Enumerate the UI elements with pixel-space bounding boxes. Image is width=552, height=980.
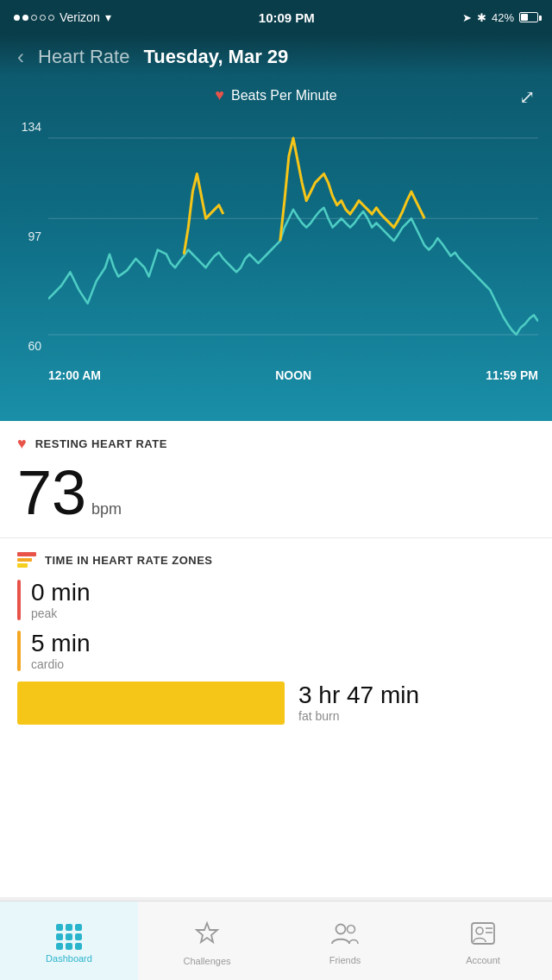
dashboard-icon <box>56 924 82 950</box>
status-time: 10:09 PM <box>259 10 315 25</box>
fat-burn-bar <box>17 682 285 725</box>
challenges-icon <box>194 920 220 952</box>
nav-item-friends[interactable]: Friends <box>276 901 414 980</box>
signal-dot-4 <box>40 15 46 21</box>
zone-time-cardio: 5 min <box>31 631 90 657</box>
x-axis-labels: 12:00 AM NOON 11:59 PM <box>14 361 538 393</box>
resting-section-title: RESTING HEART RATE <box>35 437 167 450</box>
x-label-end: 11:59 PM <box>486 368 538 382</box>
nav-label-friends: Friends <box>329 955 361 965</box>
resting-value-display: 73 bpm <box>17 462 535 524</box>
x-label-start: 12:00 AM <box>48 368 101 382</box>
zone-item-fatburn: 3 hr 47 min fat burn <box>17 682 535 725</box>
resting-heart-icon: ♥ <box>17 435 27 453</box>
svg-point-7 <box>476 927 483 934</box>
zone-stripe-red <box>17 552 36 556</box>
status-bar: Verizon ▾ 10:09 PM ➤ ✱ 42% <box>0 0 552 35</box>
signal-dot-5 <box>48 15 54 21</box>
zones-icon <box>17 552 36 568</box>
nav-item-dashboard[interactable]: Dashboard <box>0 901 138 980</box>
zone-stripe-yellow <box>17 563 28 568</box>
nav-item-challenges[interactable]: Challenges <box>138 901 276 980</box>
resting-bpm-unit: bpm <box>91 500 122 518</box>
signal-dots <box>14 15 54 21</box>
zone-info-cardio: 5 min cardio <box>31 631 90 671</box>
zone-item-peak: 0 min peak <box>17 580 535 620</box>
main-content: ♥ RESTING HEART RATE 73 bpm TIME IN HEAR… <box>0 421 552 897</box>
heart-rate-chart: ♥ Beats Per Minute ⤢ 134 97 60 <box>0 76 552 421</box>
y-axis-labels: 134 97 60 <box>14 111 41 361</box>
heart-rate-zones-section: TIME IN HEART RATE ZONES 0 min peak 5 mi… <box>0 538 552 738</box>
chart-area: 134 97 60 <box>14 111 538 361</box>
nav-item-account[interactable]: Account <box>414 901 552 980</box>
back-button[interactable]: ‹ <box>17 45 24 69</box>
resting-bpm-value: 73 <box>17 462 86 524</box>
zone-item-cardio: 5 min cardio <box>17 631 535 671</box>
resting-heart-rate-section: ♥ RESTING HEART RATE 73 bpm <box>0 421 552 538</box>
zone-name-peak: peak <box>31 606 90 620</box>
battery-icon <box>519 12 538 22</box>
battery-label: 42% <box>492 11 514 24</box>
nav-label-challenges: Challenges <box>183 956 230 966</box>
svg-point-5 <box>348 926 355 933</box>
friends-icon <box>330 921 360 952</box>
zone-bar-cardio: 5 min cardio <box>17 631 535 671</box>
y-label-low: 60 <box>14 339 41 353</box>
zone-time-peak: 0 min <box>31 580 90 606</box>
legend-label: Beats Per Minute <box>231 88 337 104</box>
signal-dot-1 <box>14 15 20 21</box>
svg-point-4 <box>336 925 346 934</box>
nav-label-account: Account <box>466 955 500 965</box>
chart-svg-wrapper <box>48 111 538 361</box>
zone-bar-peak: 0 min peak <box>17 580 535 620</box>
x-label-noon: NOON <box>275 368 311 382</box>
zones-section-title: TIME IN HEART RATE ZONES <box>45 554 212 567</box>
expand-icon[interactable]: ⤢ <box>519 86 535 109</box>
svg-rect-6 <box>472 923 494 944</box>
account-icon <box>470 921 496 952</box>
wifi-icon: ▾ <box>105 10 111 24</box>
status-left: Verizon ▾ <box>14 10 111 24</box>
page-header: ‹ Heart Rate Tuesday, Mar 29 <box>0 35 552 76</box>
location-icon: ➤ <box>462 11 472 24</box>
signal-dot-2 <box>22 15 28 21</box>
bottom-navigation: Dashboard Challenges Friends <box>0 901 552 980</box>
zone-info-peak: 0 min peak <box>31 580 90 620</box>
zone-name-cardio: cardio <box>31 657 90 671</box>
y-label-high: 134 <box>14 120 41 134</box>
screen-title: Heart Rate <box>38 46 129 68</box>
zone-indicator-peak <box>17 580 21 620</box>
y-label-mid: 97 <box>14 229 41 243</box>
zone-time-fatburn: 3 hr 47 min <box>298 682 419 709</box>
chart-svg <box>48 111 538 361</box>
chart-legend: ♥ Beats Per Minute <box>14 86 538 104</box>
status-right: ➤ ✱ 42% <box>462 11 538 24</box>
zone-name-fatburn: fat burn <box>298 709 419 723</box>
header-date: Tuesday, Mar 29 <box>143 46 288 68</box>
nav-label-dashboard: Dashboard <box>46 953 92 964</box>
svg-marker-3 <box>197 923 217 942</box>
zone-stripe-orange <box>17 558 32 562</box>
signal-dot-3 <box>31 15 37 21</box>
carrier-label: Verizon <box>60 10 100 24</box>
zones-section-header: TIME IN HEART RATE ZONES <box>17 552 535 568</box>
zone-info-fatburn: 3 hr 47 min fat burn <box>298 682 419 723</box>
zone-indicator-cardio <box>17 631 21 671</box>
legend-heart-icon: ♥ <box>215 86 224 104</box>
bluetooth-icon: ✱ <box>477 11 486 24</box>
resting-section-header: ♥ RESTING HEART RATE <box>17 435 535 453</box>
